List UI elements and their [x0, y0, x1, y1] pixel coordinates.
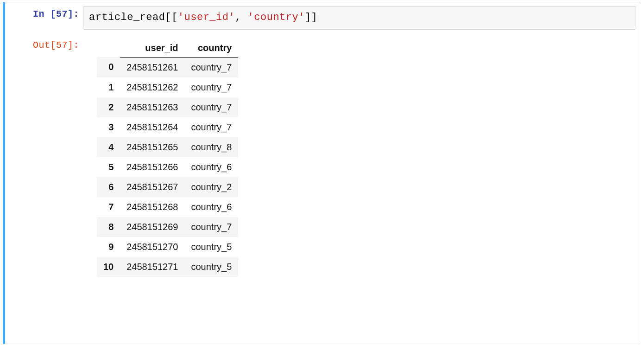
row-index: 5 — [97, 157, 120, 177]
row-index: 6 — [97, 177, 120, 197]
cell-country: country_5 — [184, 237, 238, 257]
cell-country: country_6 — [184, 157, 238, 177]
dataframe-table: user_id country 02458151261country_71245… — [97, 39, 238, 277]
cell-userid: 2458151264 — [120, 117, 184, 137]
table-row: 32458151264country_7 — [97, 117, 238, 137]
code-token: article_read[[ — [89, 12, 178, 23]
cell-userid: 2458151263 — [120, 97, 184, 117]
code-token-string: 'user_id' — [178, 12, 235, 23]
cell-country: country_7 — [184, 57, 238, 77]
cell-country: country_5 — [184, 257, 238, 277]
row-index: 1 — [97, 77, 120, 97]
cell-userid: 2458151270 — [120, 237, 184, 257]
output-row: Out[57]: user_id country 02458151261coun… — [5, 33, 641, 281]
cell-country: country_7 — [184, 217, 238, 237]
cell-userid: 2458151265 — [120, 137, 184, 157]
table-row: 02458151261country_7 — [97, 57, 238, 77]
cell-userid: 2458151266 — [120, 157, 184, 177]
cell-country: country_8 — [184, 137, 238, 157]
out-prompt: Out[57]: — [5, 33, 83, 51]
cell-userid: 2458151261 — [120, 57, 184, 77]
table-row: 82458151269country_7 — [97, 217, 238, 237]
notebook-cell: In [57]: article_read[['user_id', 'count… — [3, 2, 641, 344]
row-index: 10 — [97, 257, 120, 277]
table-header-country: country — [184, 39, 238, 58]
code-token-string: 'country' — [248, 12, 305, 23]
in-prompt: In [57]: — [5, 2, 83, 19]
cell-country: country_2 — [184, 177, 238, 197]
row-index: 8 — [97, 217, 120, 237]
table-header-index — [97, 39, 120, 58]
row-index: 2 — [97, 97, 120, 117]
cell-country: country_6 — [184, 197, 238, 217]
output-area: user_id country 02458151261country_71245… — [83, 33, 641, 281]
row-index: 4 — [97, 137, 120, 157]
input-area: article_read[['user_id', 'country']] — [83, 6, 636, 30]
table-header-userid: user_id — [120, 39, 184, 58]
cell-userid: 2458151267 — [120, 177, 184, 197]
cell-userid: 2458151271 — [120, 257, 184, 277]
row-index: 7 — [97, 197, 120, 217]
cell-country: country_7 — [184, 77, 238, 97]
table-header-row: user_id country — [97, 39, 238, 58]
table-row: 42458151265country_8 — [97, 137, 238, 157]
row-index: 3 — [97, 117, 120, 137]
code-token: , — [235, 12, 247, 23]
row-index: 9 — [97, 237, 120, 257]
cell-userid: 2458151268 — [120, 197, 184, 217]
input-row: In [57]: article_read[['user_id', 'count… — [5, 2, 641, 33]
table-row: 52458151266country_6 — [97, 157, 238, 177]
table-row: 72458151268country_6 — [97, 197, 238, 217]
table-row: 22458151263country_7 — [97, 97, 238, 117]
table-row: 92458151270country_5 — [97, 237, 238, 257]
row-index: 0 — [97, 57, 120, 77]
cell-userid: 2458151262 — [120, 77, 184, 97]
code-cell[interactable]: article_read[['user_id', 'country']] — [83, 6, 636, 30]
cell-country: country_7 — [184, 97, 238, 117]
cell-userid: 2458151269 — [120, 217, 184, 237]
table-row: 12458151262country_7 — [97, 77, 238, 97]
cell-country: country_7 — [184, 117, 238, 137]
table-row: 102458151271country_5 — [97, 257, 238, 277]
table-row: 62458151267country_2 — [97, 177, 238, 197]
code-token: ]] — [305, 12, 317, 23]
